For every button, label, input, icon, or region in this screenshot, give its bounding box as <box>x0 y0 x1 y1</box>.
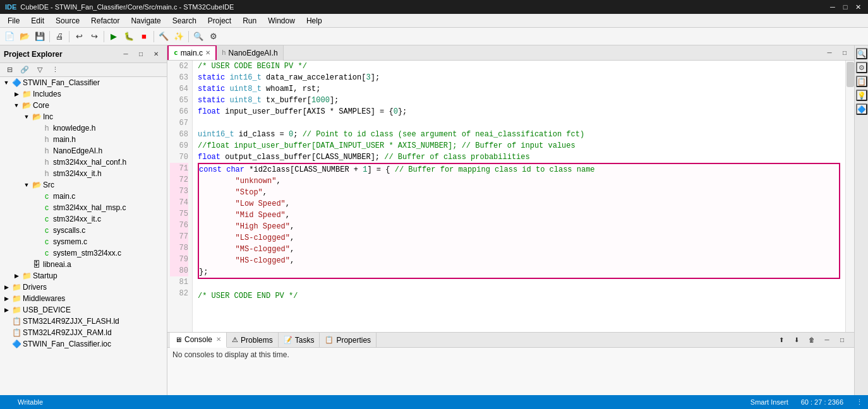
tree-item-hal-msp[interactable]: ▶ c stm32l4xx_hal_msp.c <box>0 202 167 213</box>
sidebar-maximize[interactable]: □ <box>134 47 148 61</box>
tree-item-inc[interactable]: ▼ 📂 Inc <box>0 111 167 122</box>
toolbar-redo[interactable]: ↪ <box>87 30 101 44</box>
tree-item-middlewares[interactable]: ▶ 📁 Middlewares <box>0 293 167 304</box>
toolbar-build[interactable]: 🔨 <box>157 30 171 44</box>
toolbar-search[interactable]: 🔍 <box>191 30 205 44</box>
bottom-tab-properties[interactable]: 📋 Properties <box>320 333 377 348</box>
toolbar-undo[interactable]: ↩ <box>72 30 86 44</box>
bottom-panel-copy[interactable]: ⬇ <box>790 333 804 347</box>
menu-refactor[interactable]: Refactor <box>86 15 124 27</box>
menu-project[interactable]: Project <box>203 15 236 27</box>
bottom-tab-console[interactable]: 🖥 Console ✕ <box>170 333 227 348</box>
menu-navigate[interactable]: Navigate <box>126 15 166 27</box>
right-strip-btn-5[interactable]: 🔷 <box>856 104 867 115</box>
sidebar-collapse-all[interactable]: ⊟ <box>3 63 16 77</box>
bottom-tab-problems[interactable]: ⚠ Problems <box>227 333 279 348</box>
right-strip-btn-4[interactable]: 💡 <box>856 90 867 101</box>
tree-item-src[interactable]: ▼ 📂 Src <box>0 179 167 191</box>
tree-item-stm32-it-c[interactable]: ▶ c stm32l4xx_it.c <box>0 213 167 225</box>
source-icon-4: c <box>42 225 52 235</box>
right-strip-btn-3[interactable]: 📋 <box>856 76 867 87</box>
app-icon: IDE <box>5 3 16 11</box>
tree-item-main-h[interactable]: ▶ h main.h <box>0 134 167 145</box>
tree-item-sysmem[interactable]: ▶ c sysmem.c <box>0 236 167 247</box>
menu-window[interactable]: Window <box>263 15 300 27</box>
window-controls[interactable]: ─ □ ✕ <box>828 2 863 12</box>
properties-icon: 📋 <box>325 336 334 344</box>
sidebar-menu[interactable]: ⋮ <box>48 63 62 77</box>
tab-header-actions: ─ □ <box>820 46 854 60</box>
tree-item-stm32-hal-conf[interactable]: ▶ h stm32l4xx_hal_conf.h <box>0 157 167 168</box>
code-line-62: /* USER CODE BEGIN PV */ <box>198 61 840 72</box>
menu-edit[interactable]: Edit <box>26 15 49 27</box>
vertical-scrollbar[interactable] <box>845 61 854 332</box>
scrollbar-thumb[interactable] <box>847 62 854 87</box>
tree-label-ioc: STWIN_Fan_Classifier.ioc <box>23 340 111 348</box>
menu-file[interactable]: File <box>3 15 25 27</box>
menu-help[interactable]: Help <box>301 15 327 27</box>
tree-item-nanoedgeai-h[interactable]: ▶ h NanoEdgeAI.h <box>0 145 167 157</box>
tab-close-main-c[interactable]: ✕ <box>205 49 210 56</box>
menu-run[interactable]: Run <box>238 15 262 27</box>
tree-item-knowledge-h[interactable]: ▶ h knowledge.h <box>0 122 167 134</box>
toolbar-save[interactable]: 💾 <box>33 30 47 44</box>
tree-item-ram-ld[interactable]: ▶ 📋 STM32L4R9ZJJX_RAM.ld <box>0 327 167 338</box>
folder-icon-core: 📂 <box>21 100 32 110</box>
properties-label: Properties <box>336 336 371 345</box>
maximize-button[interactable]: □ <box>840 2 850 12</box>
sidebar-close[interactable]: ✕ <box>149 47 163 61</box>
status-menu-icon[interactable]: ⋮ <box>856 398 863 406</box>
tree-item-usb[interactable]: ▶ 📁 USB_DEVICE <box>0 304 167 316</box>
code-line-73: "Stop", <box>199 187 839 198</box>
toolbar-clean[interactable]: ✨ <box>172 30 186 44</box>
tree-item-main-c[interactable]: ▶ c main.c <box>0 191 167 202</box>
console-close[interactable]: ✕ <box>216 336 221 343</box>
tree-label-knowledge-h: knowledge.h <box>53 124 95 133</box>
tree-item-includes[interactable]: ▶ 📁 Includes <box>0 88 167 100</box>
tree-item-libneai[interactable]: ▶ 🗄 libneai.a <box>0 259 167 270</box>
toolbar-debug[interactable]: 🐛 <box>122 30 136 44</box>
toolbar-run[interactable]: ▶ <box>107 30 121 44</box>
bottom-content: No consoles to display at this time. <box>167 348 854 395</box>
tree-label-project: STWIN_Fan_Classifier <box>23 78 100 87</box>
tab-nanoedgeai-h[interactable]: h NanoEdgeAI.h <box>217 45 284 61</box>
tab-min-button[interactable]: ─ <box>823 46 836 60</box>
tab-main-c[interactable]: c main.c ✕ <box>167 45 217 60</box>
bottom-tab-tasks[interactable]: 📝 Tasks <box>279 333 320 348</box>
right-strip-btn-1[interactable]: 🔍 <box>856 48 867 59</box>
close-button[interactable]: ✕ <box>853 2 863 12</box>
expand-arrow-core: ▼ <box>11 100 21 110</box>
tab-max-button[interactable]: □ <box>838 46 852 60</box>
tree-item-drivers[interactable]: ▶ 📁 Drivers <box>0 282 167 293</box>
lib-icon: 🗄 <box>32 259 42 270</box>
bottom-panel-min[interactable]: ─ <box>820 333 834 347</box>
toolbar-open[interactable]: 📂 <box>18 30 32 44</box>
tree-item-project[interactable]: ▼ 🔷 STWIN_Fan_Classifier <box>0 77 167 88</box>
tree-item-system-stm32[interactable]: ▶ c system_stm32l4xx.c <box>0 247 167 259</box>
toolbar-print[interactable]: 🖨 <box>52 30 66 44</box>
right-strip-btn-2[interactable]: ⚙ <box>856 62 867 73</box>
bottom-panel-max[interactable]: □ <box>835 333 849 347</box>
tree-item-flash-ld[interactable]: ▶ 📋 STM32L4R9ZJJX_FLASH.ld <box>0 316 167 327</box>
tree-item-startup[interactable]: ▶ 📁 Startup <box>0 270 167 282</box>
sidebar-filter[interactable]: ▽ <box>33 63 47 77</box>
tree-label-ram-ld: STM32L4R9ZJJX_RAM.ld <box>23 328 112 337</box>
tab-label-main-c: main.c <box>181 49 203 57</box>
toolbar-stop[interactable]: ■ <box>137 30 151 44</box>
bottom-panel-clear[interactable]: 🗑 <box>805 333 819 347</box>
sidebar-link-editor[interactable]: 🔗 <box>18 63 32 77</box>
toolbar-new[interactable]: 📄 <box>3 30 16 44</box>
tree-item-stm32-it-h[interactable]: ▶ h stm32l4xx_it.h <box>0 168 167 179</box>
tree-label-syscalls: syscalls.c <box>53 226 85 235</box>
tree-item-ioc[interactable]: ▶ 🔷 STWIN_Fan_Classifier.ioc <box>0 338 167 350</box>
toolbar-settings[interactable]: ⚙ <box>207 30 220 44</box>
bottom-panel-actions: ⬆ ⬇ 🗑 ─ □ <box>772 333 852 347</box>
tree-item-core[interactable]: ▼ 📂 Core <box>0 100 167 111</box>
minimize-button[interactable]: ─ <box>828 2 838 12</box>
menu-search[interactable]: Search <box>167 15 202 27</box>
tree-item-syscalls[interactable]: ▶ c syscalls.c <box>0 225 167 236</box>
code-editor[interactable]: 62 63 64 65 66 67 68 69 70 71 72 73 74 7… <box>167 61 854 332</box>
bottom-panel-export[interactable]: ⬆ <box>775 333 788 347</box>
sidebar-minimize[interactable]: ─ <box>119 47 133 61</box>
menu-source[interactable]: Source <box>51 15 85 27</box>
